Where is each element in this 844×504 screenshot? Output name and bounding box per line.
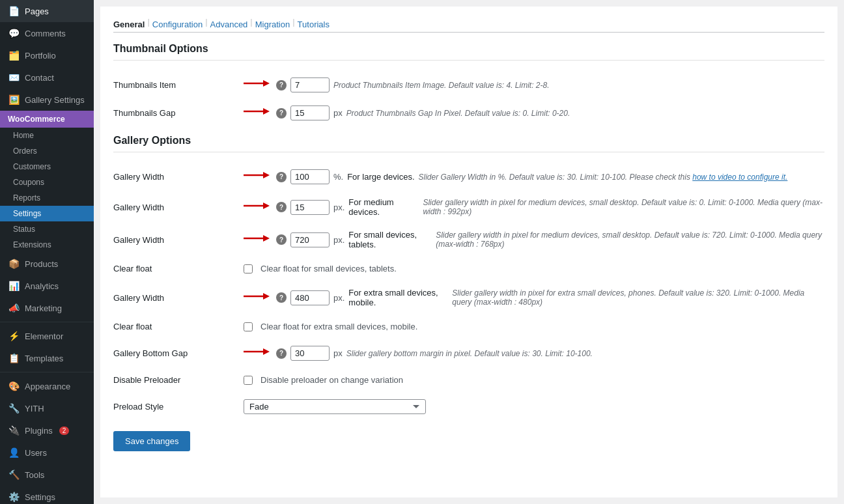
- sidebar-item-orders[interactable]: Orders: [0, 143, 94, 159]
- disable-preloader-checkbox[interactable]: [244, 376, 253, 385]
- gallery-width-large-desc: Slider Gallery Width in %. Default value…: [419, 173, 788, 182]
- thumbnail-options-title: Thumbnail Options: [113, 43, 824, 61]
- templates-icon: 📋: [8, 352, 20, 364]
- sidebar-item-contact[interactable]: ✉️ Contact: [0, 66, 94, 89]
- tools-icon: 🔨: [8, 469, 20, 481]
- comments-icon: 💬: [8, 27, 20, 39]
- sidebar-item-extensions[interactable]: Extensions: [0, 237, 94, 253]
- gallery-width-small-unit: px.: [333, 235, 345, 245]
- tab-migration[interactable]: Migration: [255, 17, 290, 32]
- field-row-preload-style: Fade Spinner None: [244, 399, 824, 414]
- table-row: Gallery Width ? px. For extra small devi…: [113, 281, 824, 314]
- table-row: Preload Style Fade Spinner None: [113, 393, 824, 421]
- gallery-width-large-device: For large devices.: [347, 172, 414, 182]
- help-icon-gallery-width-medium[interactable]: ?: [276, 202, 287, 212]
- clear-float-small-checkbox[interactable]: [244, 264, 253, 273]
- table-row: Clear float Clear float for small device…: [113, 256, 824, 281]
- sidebar-item-settings-main[interactable]: ⚙️ Settings: [0, 486, 94, 504]
- gallery-width-xsmall-input[interactable]: [290, 290, 330, 305]
- analytics-icon: 📊: [8, 280, 20, 292]
- tab-general[interactable]: General: [113, 17, 145, 32]
- tab-nav: General | Configuration | Advanced | Mig…: [113, 17, 824, 33]
- red-arrow-icon: [244, 201, 270, 214]
- portfolio-icon: 🗂️: [8, 49, 20, 61]
- field-label-gallery-width-large: Gallery Width: [113, 163, 244, 191]
- tab-tutorials[interactable]: Tutorials: [298, 17, 330, 32]
- sidebar-item-marketing[interactable]: 📣 Marketing: [0, 297, 94, 319]
- table-row: Clear float Clear float for extra small …: [113, 314, 824, 339]
- arrow-svg: [244, 291, 270, 301]
- gallery-bottom-gap-desc: Slider gallery bottom margin in pixel. D…: [346, 349, 593, 358]
- tab-configuration[interactable]: Configuration: [152, 17, 203, 32]
- sidebar-item-comments[interactable]: 💬 Comments: [0, 22, 94, 44]
- thumbnails-gap-desc: Product Thumbnails Gap In Pixel. Default…: [346, 109, 570, 118]
- thumbnail-options-table: Thumbnails Item ? Product Thumb: [113, 71, 824, 127]
- field-label-clear-float-small: Clear float: [113, 256, 244, 281]
- help-icon-gallery-width-xsmall[interactable]: ?: [276, 292, 287, 303]
- thumbnails-item-input[interactable]: [290, 77, 330, 92]
- clear-float-small-label: Clear float for small devices, tablets.: [260, 264, 397, 273]
- field-row-gallery-width-xsmall: ? px. For extra small devices, mobile. S…: [244, 288, 824, 307]
- red-arrow-icon: [244, 170, 270, 184]
- gallery-width-xsmall-unit: px.: [333, 293, 345, 303]
- thumbnails-gap-input[interactable]: [290, 105, 330, 120]
- main-content: General | Configuration | Advanced | Mig…: [94, 0, 844, 504]
- plugins-icon: 🔌: [8, 425, 20, 436]
- gallery-width-medium-unit: px.: [333, 203, 345, 212]
- sidebar-item-pages[interactable]: 📄 Pages: [0, 0, 94, 22]
- sidebar-item-gallery-settings[interactable]: 🖼️ Gallery Settings: [0, 89, 94, 111]
- sidebar-item-settings[interactable]: Settings: [0, 206, 94, 221]
- appearance-icon: 🎨: [8, 380, 20, 392]
- gallery-width-large-unit: %.: [333, 172, 343, 182]
- gallery-width-small-input[interactable]: [290, 232, 330, 247]
- svg-marker-9: [263, 235, 270, 242]
- elementor-icon: ⚡: [8, 330, 20, 342]
- sidebar-item-products[interactable]: 📦 Products: [0, 253, 94, 275]
- configure-link[interactable]: how to video to configure it.: [692, 173, 787, 182]
- sidebar-item-analytics[interactable]: 📊 Analytics: [0, 275, 94, 297]
- field-label-clear-float-xsmall: Clear float: [113, 314, 244, 339]
- help-icon-thumbnails-gap[interactable]: ?: [276, 108, 287, 119]
- thumbnails-gap-unit: px: [333, 108, 343, 118]
- sidebar-item-label: Comments: [25, 29, 66, 38]
- field-row-thumbnails-gap: ? px Product Thumbnails Gap In Pixel. De…: [244, 105, 824, 120]
- sidebar-item-home[interactable]: Home: [0, 128, 94, 143]
- arrow-svg: [244, 201, 270, 211]
- sidebar-item-customers[interactable]: Customers: [0, 159, 94, 175]
- save-changes-button[interactable]: Save changes: [113, 431, 190, 451]
- woocommerce-submenu: Home Orders Customers Coupons Reports Se…: [0, 128, 94, 253]
- table-row: Disable Preloader Disable preloader on c…: [113, 367, 824, 393]
- sidebar-item-appearance[interactable]: 🎨 Appearance: [0, 375, 94, 397]
- table-row: Gallery Width ? %. For large devices.: [113, 163, 824, 191]
- sidebar-item-reports[interactable]: Reports: [0, 190, 94, 206]
- gallery-width-xsmall-device: For extra small devices, mobile.: [348, 288, 448, 307]
- help-icon-gallery-width-small[interactable]: ?: [276, 234, 287, 245]
- field-label-disable-preloader: Disable Preloader: [113, 367, 244, 393]
- clear-float-xsmall-checkbox[interactable]: [244, 322, 253, 331]
- gallery-width-medium-input[interactable]: [290, 200, 330, 215]
- sidebar-item-elementor[interactable]: ⚡ Elementor: [0, 325, 94, 347]
- sidebar-top-items: 📄 Pages 💬 Comments 🗂️ Portfolio ✉️ Conta…: [0, 0, 94, 111]
- yith-icon: 🔧: [8, 402, 20, 414]
- gallery-options-table: Gallery Width ? %. For large devices.: [113, 163, 824, 421]
- help-icon-thumbnails-item[interactable]: ?: [276, 80, 287, 91]
- sidebar-item-portfolio[interactable]: 🗂️ Portfolio: [0, 44, 94, 66]
- preload-style-select[interactable]: Fade Spinner None: [244, 399, 426, 414]
- sidebar-item-yith[interactable]: 🔧 YITH: [0, 397, 94, 419]
- sidebar-item-coupons[interactable]: Coupons: [0, 175, 94, 190]
- sidebar-item-label: Contact: [25, 73, 54, 83]
- sidebar-item-status[interactable]: Status: [0, 221, 94, 237]
- gallery-bottom-gap-input[interactable]: [290, 346, 330, 361]
- sidebar-item-users[interactable]: 👤 Users: [0, 441, 94, 464]
- svg-marker-7: [263, 203, 270, 209]
- marketing-icon: 📣: [8, 302, 20, 314]
- sidebar-item-templates[interactable]: 📋 Templates: [0, 347, 94, 369]
- tab-advanced[interactable]: Advanced: [210, 17, 248, 32]
- sidebar-item-plugins[interactable]: 🔌 Plugins 2: [0, 419, 94, 441]
- red-arrow-icon: [244, 291, 270, 305]
- help-icon-gallery-bottom-gap[interactable]: ?: [276, 348, 287, 359]
- table-row: Thumbnails Gap ? px Product Thum: [113, 99, 824, 127]
- sidebar-item-tools[interactable]: 🔨 Tools: [0, 464, 94, 486]
- gallery-width-large-input[interactable]: [290, 169, 330, 184]
- help-icon-gallery-width-large[interactable]: ?: [276, 172, 287, 182]
